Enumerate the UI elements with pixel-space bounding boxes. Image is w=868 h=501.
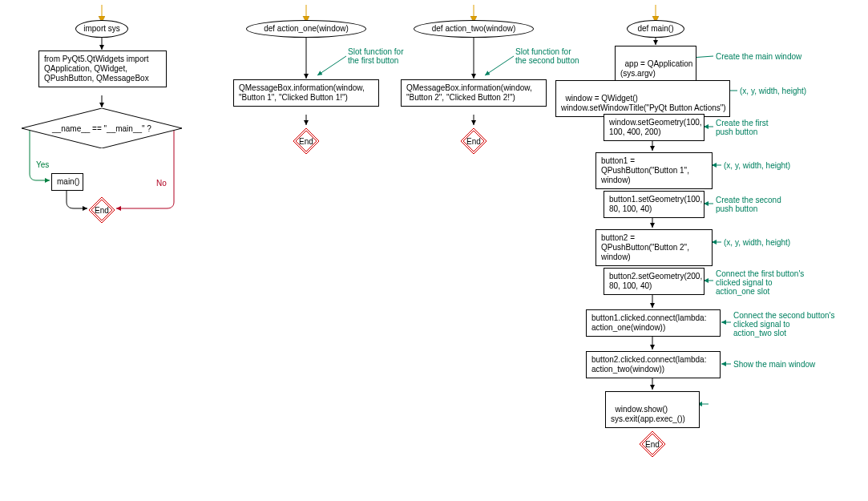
ellipse-label: import sys: [83, 24, 120, 34]
annot-a1: Create the main window: [716, 52, 801, 61]
rect-s4: button1 = QPushButton("Button 1", window…: [595, 152, 713, 189]
end-node-col4: End: [638, 430, 667, 459]
annot-action-one: Slot function for the first button: [348, 47, 403, 65]
annot-a6: (x, y, width, height): [724, 238, 790, 247]
annot-a4: (x, y, width, height): [724, 161, 790, 170]
ellipse-def-action-one: def action_one(window): [246, 20, 366, 38]
rect-s7: button2.setGeometry(200, 80, 100, 40): [604, 268, 704, 295]
annot-a2: (x, y, width, height): [740, 87, 806, 95]
ellipse-label: def main(): [637, 24, 673, 34]
rect-s1: app = QApplication (sys.argv): [615, 46, 696, 83]
annot-a9: Show the main window: [733, 360, 815, 369]
rect-label: QMessageBox.information(window, "Button …: [239, 83, 365, 102]
rect-label: button2.setGeometry(200, 80, 100, 40): [609, 272, 702, 290]
rect-label: QMessageBox.information(window, "Button …: [406, 83, 532, 102]
ellipse-def-action-two: def action_two(window): [414, 20, 534, 38]
rect-s3: window.setGeometry(100, 100, 400, 200): [604, 114, 704, 141]
rect-label: button1 = QPushButton("Button 1", window…: [601, 156, 689, 184]
annot-a5: Create the second push button: [716, 196, 781, 213]
rect-main-call: main(): [51, 173, 83, 191]
rect-s2: window = QWidget() window.setWindowTitle…: [555, 80, 730, 117]
end-node-col3: End: [459, 127, 488, 156]
edge-label-no: No: [156, 179, 167, 188]
annot-a3: Create the first push button: [716, 119, 769, 136]
rect-label: window.show() sys.exit(app.exec_()): [611, 405, 685, 423]
annot-a8: Connect the second button's clicked sign…: [733, 311, 834, 337]
rect-action-one-body: QMessageBox.information(window, "Button …: [233, 79, 379, 107]
rect-s5: button1.setGeometry(100, 80, 100, 40): [604, 191, 704, 218]
ellipse-label: def action_one(window): [264, 24, 349, 34]
end-label: End: [459, 137, 488, 146]
rect-label: window.setGeometry(100, 100, 400, 200): [609, 118, 702, 136]
rect-s10: window.show() sys.exit(app.exec_()): [605, 391, 700, 428]
ellipse-import-sys: import sys: [75, 20, 128, 38]
rect-label: app = QApplication (sys.argv): [620, 59, 692, 78]
rect-label: button2 = QPushButton("Button 2", window…: [601, 233, 689, 261]
end-label: End: [292, 137, 321, 146]
decision-name-main: __name__ == "__main__" ?: [22, 108, 182, 148]
rect-s9: button2.clicked.connect(lambda: action_t…: [586, 351, 721, 378]
rect-label: button2.clicked.connect(lambda: action_t…: [591, 355, 706, 374]
rect-label: button1.clicked.connect(lambda: action_o…: [591, 313, 706, 332]
decision-label: __name__ == "__main__" ?: [22, 124, 182, 133]
rect-label: from PyQt5.QtWidgets import QApplication…: [44, 55, 149, 83]
ellipse-def-main: def main(): [627, 20, 684, 38]
rect-imports: from PyQt5.QtWidgets import QApplication…: [38, 51, 167, 87]
rect-s6: button2 = QPushButton("Button 2", window…: [595, 229, 713, 266]
end-label: End: [638, 440, 667, 449]
ellipse-label: def action_two(window): [432, 24, 516, 34]
rect-action-two-body: QMessageBox.information(window, "Button …: [401, 79, 547, 107]
annot-action-two: Slot function for the second button: [515, 47, 579, 65]
flowchart-canvas: import sys from PyQt5.QtWidgets import Q…: [0, 0, 868, 501]
end-label: End: [87, 206, 116, 215]
rect-label: button1.setGeometry(100, 80, 100, 40): [609, 195, 702, 213]
end-node-col2: End: [292, 127, 321, 156]
rect-s8: button1.clicked.connect(lambda: action_o…: [586, 309, 721, 337]
edge-label-yes: Yes: [36, 160, 49, 169]
annot-a7: Connect the first button's clicked signa…: [716, 269, 804, 296]
end-node-col1: End: [87, 196, 116, 224]
rect-label: main(): [57, 177, 79, 186]
rect-label: window = QWidget() window.setWindowTitle…: [561, 94, 726, 112]
